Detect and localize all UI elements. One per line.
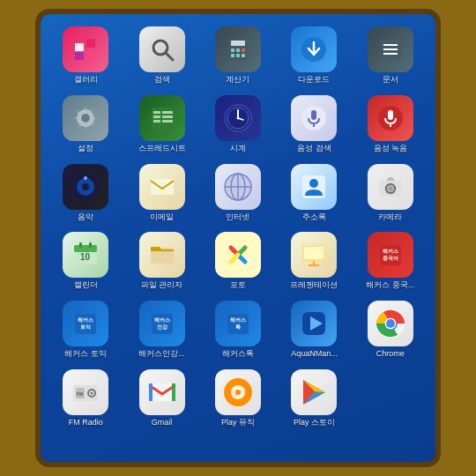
app-email[interactable]: 이메일 bbox=[123, 160, 199, 226]
svg-rect-56 bbox=[74, 245, 97, 252]
files-icon bbox=[368, 26, 413, 72]
app-voice-search[interactable]: 음성 검색 bbox=[276, 92, 352, 157]
internet-label: 인터넷 bbox=[226, 212, 249, 222]
svg-point-33 bbox=[236, 116, 239, 119]
app-play-store[interactable]: Play 스토이 bbox=[276, 366, 352, 431]
settings-icon bbox=[63, 95, 108, 141]
app-calculator[interactable]: 계산기 bbox=[200, 23, 276, 88]
email-icon bbox=[139, 164, 185, 210]
hackers-gang-label: 해커스인강... bbox=[138, 349, 185, 359]
app-grid: 갤러리 검색 bbox=[48, 23, 428, 431]
aquaman-icon bbox=[291, 301, 337, 346]
calculator-label: 계산기 bbox=[226, 75, 249, 85]
email-label: 이메일 bbox=[150, 212, 174, 222]
svg-text:♪: ♪ bbox=[234, 389, 239, 398]
app-presentation[interactable]: 프레젠테이션 bbox=[276, 228, 352, 294]
gallery-label: 갤러리 bbox=[74, 75, 98, 85]
voice-search-icon bbox=[291, 95, 337, 141]
empty-cell bbox=[353, 366, 428, 431]
app-photos[interactable]: 포토 bbox=[200, 228, 276, 294]
app-hackers-toeic[interactable]: 해커스토익 해커스 토익 bbox=[48, 297, 123, 362]
svg-rect-28 bbox=[162, 120, 173, 123]
svg-rect-35 bbox=[311, 110, 316, 120]
fmradio-icon: FM bbox=[63, 369, 108, 415]
voice-search-label: 음성 검색 bbox=[297, 144, 331, 153]
app-files[interactable]: 문서 bbox=[353, 23, 428, 88]
filemanager-icon bbox=[139, 232, 185, 278]
svg-text:10: 10 bbox=[80, 252, 91, 262]
svg-point-70 bbox=[386, 319, 395, 328]
presentation-icon bbox=[291, 232, 337, 278]
files-label: 문서 bbox=[383, 75, 398, 85]
app-aquaman[interactable]: AquaNMan... bbox=[276, 297, 352, 362]
hackers-cn-label: 해커스 중국... bbox=[366, 280, 414, 290]
svg-point-54 bbox=[388, 186, 393, 191]
download-label: 다운로드 bbox=[298, 75, 330, 85]
chrome-label: Chrome bbox=[376, 349, 405, 359]
app-filemanager[interactable]: 파일 관리자 bbox=[123, 228, 199, 294]
play-store-label: Play 스토이 bbox=[294, 418, 335, 428]
svg-point-21 bbox=[81, 114, 90, 123]
app-calendar[interactable]: 10 캘린더 bbox=[48, 228, 123, 294]
photos-label: 포토 bbox=[230, 280, 246, 290]
gallery-icon bbox=[63, 26, 108, 72]
download-icon bbox=[291, 26, 337, 72]
app-gallery[interactable]: 갤러리 bbox=[48, 23, 123, 88]
svg-point-43 bbox=[84, 176, 87, 180]
device-frame: 갤러리 검색 bbox=[35, 9, 441, 467]
voice-rec-icon bbox=[368, 95, 413, 141]
hackers-gang-icon: 해커스인강 bbox=[139, 301, 185, 346]
hackers-toeic-label: 해커스 토익 bbox=[64, 349, 107, 359]
app-play-music[interactable]: ♪ Play 뮤직 bbox=[200, 366, 276, 431]
svg-point-74 bbox=[91, 391, 93, 394]
app-internet[interactable]: 인터넷 bbox=[200, 160, 276, 226]
calendar-icon: 10 bbox=[63, 232, 108, 278]
app-hackers-cn[interactable]: 해커스중국어 해커스 중국... bbox=[353, 228, 428, 294]
app-gmail[interactable]: Gmail bbox=[123, 366, 199, 431]
app-clock[interactable]: 시계 bbox=[200, 92, 276, 157]
svg-rect-26 bbox=[162, 111, 173, 114]
gmail-label: Gmail bbox=[152, 418, 173, 428]
play-music-label: Play 뮤직 bbox=[221, 418, 255, 428]
svg-rect-23 bbox=[153, 111, 160, 114]
calculator-icon bbox=[215, 26, 261, 72]
svg-text:FM: FM bbox=[77, 391, 83, 397]
app-hackers-talk[interactable]: 해커스톡 해커스톡 bbox=[200, 297, 276, 362]
svg-rect-76 bbox=[149, 383, 175, 401]
svg-rect-2 bbox=[75, 51, 84, 60]
aquaman-label: AquaNMan... bbox=[291, 349, 338, 359]
photos-icon bbox=[215, 232, 261, 278]
play-music-icon: ♪ bbox=[215, 369, 261, 415]
app-voice-rec[interactable]: 음성 녹음 bbox=[353, 92, 428, 157]
app-chrome[interactable]: Chrome bbox=[353, 297, 428, 362]
app-search[interactable]: 검색 bbox=[123, 23, 199, 88]
hackers-toeic-icon: 해커스토익 bbox=[63, 301, 108, 346]
chrome-icon bbox=[368, 301, 413, 346]
svg-rect-12 bbox=[236, 54, 240, 57]
hackers-talk-icon: 해커스톡 bbox=[215, 301, 261, 346]
svg-rect-9 bbox=[236, 48, 240, 52]
play-store-icon bbox=[291, 369, 337, 415]
search-icon bbox=[139, 26, 185, 72]
app-hackers-gang[interactable]: 해커스인강 해커스인강... bbox=[123, 297, 199, 362]
svg-rect-27 bbox=[162, 115, 173, 118]
app-contacts[interactable]: 주소록 bbox=[276, 160, 352, 226]
home-screen: 갤러리 검색 bbox=[41, 14, 435, 462]
svg-rect-77 bbox=[149, 383, 152, 401]
app-settings[interactable]: 설정 bbox=[48, 92, 123, 157]
app-download[interactable]: 다운로드 bbox=[276, 23, 352, 88]
svg-line-5 bbox=[166, 53, 173, 60]
hackers-cn-icon: 해커스중국어 bbox=[368, 232, 413, 278]
filemanager-label: 파일 관리자 bbox=[141, 280, 183, 290]
calendar-label: 캘린더 bbox=[74, 280, 98, 290]
app-spreadsheet[interactable]: 스프레드시트 bbox=[123, 92, 199, 157]
contacts-label: 주소록 bbox=[302, 212, 326, 222]
gmail-icon bbox=[139, 369, 185, 415]
camera-label: 카메라 bbox=[378, 212, 402, 222]
app-music[interactable]: 음악 bbox=[48, 160, 123, 226]
svg-rect-13 bbox=[242, 54, 245, 57]
svg-rect-57 bbox=[79, 242, 82, 248]
svg-rect-44 bbox=[151, 179, 174, 195]
app-fmradio[interactable]: FM FM Radio bbox=[48, 366, 123, 431]
app-camera[interactable]: 카메라 bbox=[353, 160, 428, 226]
